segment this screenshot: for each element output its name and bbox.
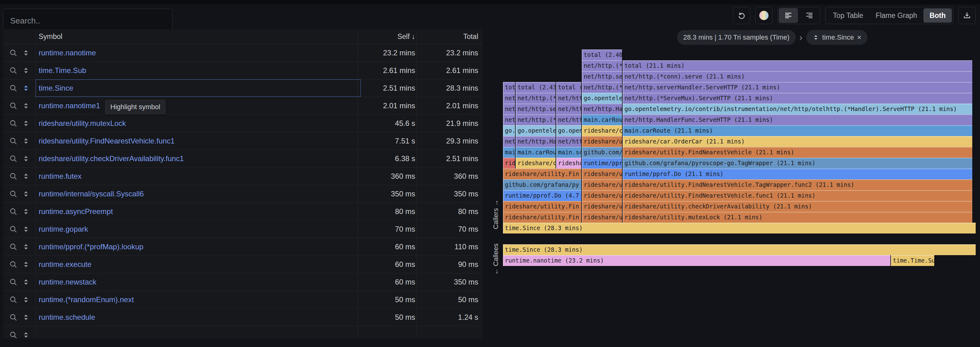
- flame-block[interactable]: net/http.Ha: [515, 136, 555, 147]
- magnifier-icon[interactable]: [9, 189, 18, 198]
- flame-block[interactable]: rideshare/utility.checkDriverAvailabilit…: [623, 201, 972, 212]
- flame-block[interactable]: rideshare/utility.FindNearestVehicle.Tag…: [623, 179, 972, 190]
- magnifier-icon[interactable]: [9, 154, 18, 163]
- flame-block[interactable]: net/http.se: [515, 103, 555, 115]
- magnifier-icon[interactable]: [9, 172, 18, 181]
- symbol-link[interactable]: runtime.futex: [35, 168, 361, 185]
- flame-block[interactable]: net/http.serverHandler.ServeHTTP (21.1 m…: [623, 82, 972, 93]
- flame-block[interactable]: main.carRoute (21.1 mins): [623, 125, 972, 136]
- flame-block[interactable]: net: [503, 136, 515, 147]
- updown-icon[interactable]: [22, 137, 30, 145]
- flame-block[interactable]: rideshare/u: [582, 201, 622, 212]
- flame-block[interactable]: main.carRou: [515, 147, 555, 158]
- magnifier-icon[interactable]: [9, 242, 18, 251]
- magnifier-icon[interactable]: [9, 49, 18, 57]
- flame-block[interactable]: mai: [503, 147, 515, 158]
- flame-block[interactable]: net/htt: [556, 93, 581, 103]
- symbol-link[interactable]: runtime.execute: [35, 256, 361, 273]
- magnifier-icon[interactable]: [9, 207, 18, 216]
- updown-icon[interactable]: [22, 313, 30, 322]
- flame-block[interactable]: rideshare/utility.mutexLock (21.1 mins): [623, 212, 972, 223]
- symbol-link[interactable]: time.Time.Sub: [35, 62, 361, 79]
- flame-block[interactable]: rideshare/c: [515, 158, 555, 169]
- flame-block[interactable]: go.opentele: [515, 125, 555, 136]
- flame-block[interactable]: rideshare/utility.Fin: [503, 201, 581, 212]
- flame-block[interactable]: tot: [503, 82, 515, 93]
- flame-block[interactable]: net/http.(*ServeMux).ServeHTTP (21.1 min…: [623, 93, 972, 103]
- symbol-link[interactable]: runtime/internal/syscall.Syscall6: [35, 185, 361, 202]
- magnifier-icon[interactable]: [9, 225, 18, 234]
- flame-block[interactable]: go.opentelemetry.io/contrib/instrumentat…: [623, 103, 972, 115]
- updown-icon[interactable]: [22, 225, 30, 233]
- flame-block[interactable]: rideshare/utility.Fin: [503, 169, 581, 179]
- flame-block[interactable]: net/http.(*: [515, 93, 555, 103]
- symbol-link[interactable]: runtime.asyncPreempt: [35, 203, 361, 220]
- symbol-link[interactable]: runtime.schedule: [35, 309, 361, 326]
- updown-icon[interactable]: [22, 243, 30, 251]
- symbol-link[interactable]: time.Since: [35, 80, 361, 97]
- flame-block[interactable]: runtime/pprof.Do (4.7: [503, 190, 581, 201]
- flame-block[interactable]: rideshare/u: [582, 212, 622, 223]
- magnifier-icon[interactable]: [9, 137, 18, 145]
- symbol-link[interactable]: [35, 326, 361, 339]
- updown-icon[interactable]: [22, 49, 30, 57]
- flame-block[interactable]: rideshare/u: [582, 136, 622, 147]
- flame-block[interactable]: rideshare/car.OrderCar (21.1 mins): [623, 136, 972, 147]
- flame-block[interactable]: rideshare/u: [582, 169, 622, 179]
- flame-block[interactable]: github.com/: [582, 147, 622, 158]
- flame-block[interactable]: net/http.(*: [582, 82, 622, 93]
- updown-icon[interactable]: [22, 172, 30, 180]
- flame-block[interactable]: github.com/grafana/pyroscope-go.TagWrapp…: [623, 158, 972, 169]
- magnifier-icon[interactable]: [9, 119, 18, 128]
- flame-block[interactable]: total (2.40: [582, 49, 622, 60]
- flame-block[interactable]: rid: [503, 158, 515, 169]
- updown-icon[interactable]: [22, 207, 30, 216]
- flame-block[interactable]: rideshare/utility.Fin: [503, 212, 581, 223]
- flame-block[interactable]: ridesha: [556, 158, 581, 169]
- updown-icon[interactable]: [22, 260, 30, 269]
- header-self[interactable]: Self ↓: [361, 32, 420, 41]
- flame-block[interactable]: runtime.nanotime (23.2 mins): [503, 255, 890, 266]
- magnifier-icon[interactable]: [9, 260, 18, 269]
- flame-block[interactable]: net/htt: [556, 136, 581, 147]
- flame-block[interactable]: go.: [503, 125, 515, 136]
- updown-icon[interactable]: [22, 331, 30, 339]
- header-total[interactable]: Total: [420, 32, 482, 41]
- symbol-link[interactable]: runtime.newstack: [35, 274, 361, 291]
- magnifier-icon[interactable]: [9, 84, 18, 92]
- flame-block[interactable]: go.opentele: [582, 93, 622, 103]
- flame-block[interactable]: net: [503, 115, 515, 125]
- header-symbol[interactable]: Symbol: [35, 32, 361, 41]
- flame-block[interactable]: net/http.HandlerFunc.ServeHTTP (21.1 min…: [623, 115, 972, 125]
- flame-block[interactable]: net/htt: [556, 103, 581, 115]
- flame-block[interactable]: rideshare/c: [582, 125, 622, 136]
- flame-block[interactable]: github.com/grafana/py: [503, 179, 581, 190]
- updown-icon[interactable]: [22, 154, 30, 163]
- flame-block[interactable]: total (: [556, 82, 581, 93]
- flame-block[interactable]: rideshare/utility.FindNearestVehicle.fun…: [623, 190, 972, 201]
- flame-block[interactable]: net/htt: [556, 115, 581, 125]
- symbol-link[interactable]: runtime.nanotime1: [35, 97, 361, 115]
- flame-block[interactable]: runtime/pprof.Do (21.1 mins): [623, 169, 972, 179]
- flame-block[interactable]: net/http.(*: [515, 115, 555, 125]
- symbol-link[interactable]: runtime.nanotime: [35, 44, 361, 62]
- flame-block[interactable]: net: [503, 93, 515, 103]
- updown-icon[interactable]: [22, 84, 30, 92]
- flame-block[interactable]: total (21.1 mins): [623, 60, 972, 71]
- flame-block[interactable]: rideshare/utility.FindNearestVehicle (21…: [623, 147, 972, 158]
- symbol-link[interactable]: rideshare/utility.mutexLock: [35, 115, 361, 132]
- updown-icon[interactable]: [22, 278, 30, 286]
- flame-block[interactable]: net/http.se: [582, 71, 622, 82]
- flame-block[interactable]: go.open: [556, 125, 581, 136]
- flame-block[interactable]: main.sc: [556, 147, 581, 158]
- flame-block[interactable]: net: [503, 103, 515, 115]
- magnifier-icon[interactable]: [9, 313, 18, 322]
- magnifier-icon[interactable]: [9, 102, 18, 110]
- updown-icon[interactable]: [22, 296, 30, 304]
- flame-block[interactable]: net/http.Ha: [582, 103, 622, 115]
- magnifier-icon[interactable]: [9, 278, 18, 287]
- flame-block[interactable]: total (2.43: [515, 82, 555, 93]
- flame-block[interactable]: net/http.(*: [582, 60, 622, 71]
- flame-block[interactable]: time.Since (28.3 mins): [503, 244, 976, 255]
- symbol-link[interactable]: runtime/pprof.(*profMap).lookup: [35, 238, 361, 255]
